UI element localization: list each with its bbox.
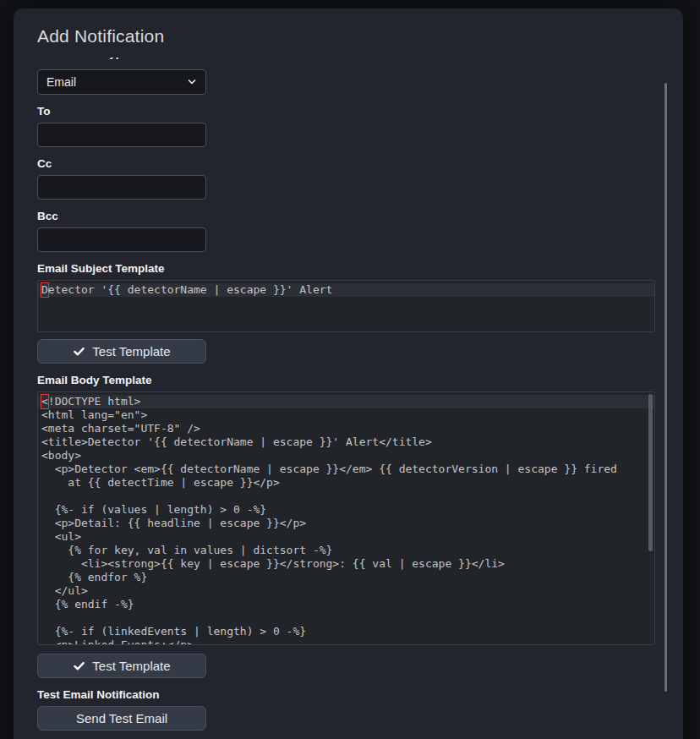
code-line: Detector '{{ detectorName | escape }}' A… — [38, 283, 654, 297]
code-line: <li><strong>{{ key | escape }}</strong>:… — [38, 557, 654, 571]
code-line: {% endfor %} — [38, 571, 654, 584]
text-cursor: < — [41, 394, 49, 409]
test-subject-template-button[interactable]: Test Template — [37, 339, 206, 364]
notification-type-selected-value: Email — [46, 75, 76, 89]
chevron-down-icon — [187, 77, 197, 87]
editor-vertical-scrollbar[interactable] — [648, 394, 653, 551]
code-line: <!DOCTYPE html> — [38, 395, 654, 408]
check-icon — [73, 345, 85, 358]
code-line: <html lang="en"> — [38, 408, 654, 422]
code-line: <ul> — [38, 530, 654, 544]
bcc-label: Bcc — [37, 210, 655, 222]
code-line: <p>Detail: {{ headline | escape }}</p> — [38, 517, 654, 530]
code-line: <p>Linked Events:</p> — [38, 638, 654, 645]
text-cursor: D — [41, 282, 49, 298]
code-line: <meta charset="UTF-8" /> — [38, 422, 654, 435]
to-input[interactable] — [37, 123, 206, 147]
email-subject-template-editor[interactable]: Detector '{{ detectorName | escape }}' A… — [37, 280, 655, 332]
code-line: <p>Detector <em>{{ detectorName | escape… — [38, 463, 654, 476]
code-line — [38, 611, 654, 625]
notification-type-label-clipped: Notification Type — [37, 57, 655, 61]
code-line: </ul> — [38, 584, 654, 598]
code-line — [38, 490, 654, 503]
to-label: To — [37, 105, 655, 118]
bcc-input[interactable] — [37, 227, 206, 252]
code-line: at {{ detectTime | escape }}</p> — [38, 476, 654, 490]
code-line: {%- if (linkedEvents | length) > 0 -%} — [38, 625, 654, 638]
check-icon — [73, 660, 85, 672]
email-body-template-label: Email Body Template — [37, 374, 655, 386]
send-test-email-button-label: Send Test Email — [76, 711, 167, 725]
email-subject-template-label: Email Subject Template — [37, 262, 655, 275]
dialog-title: Add Notification — [37, 25, 655, 47]
test-body-template-button-label: Test Template — [92, 659, 170, 673]
cc-input[interactable] — [37, 175, 206, 200]
code-line: {%- if (values | length) > 0 -%} — [38, 503, 654, 517]
notification-type-select[interactable]: Email — [37, 69, 206, 95]
code-line: {% for key, val in values | dictsort -%} — [38, 544, 654, 557]
add-notification-dialog: Add Notification Notification Type Email… — [14, 8, 683, 739]
email-body-template-editor[interactable]: <!DOCTYPE html><html lang="en"><meta cha… — [37, 391, 655, 645]
code-line: <body> — [38, 449, 654, 463]
test-subject-template-button-label: Test Template — [92, 344, 170, 359]
cc-label: Cc — [37, 157, 655, 170]
test-email-notification-label: Test Email Notification — [37, 688, 655, 701]
page-background: Add Notification Notification Type Email… — [0, 0, 700, 739]
dialog-vertical-scrollbar[interactable] — [664, 83, 667, 692]
send-test-email-button[interactable]: Send Test Email — [37, 706, 206, 731]
test-body-template-button[interactable]: Test Template — [37, 654, 206, 678]
code-line: {% endif -%} — [38, 598, 654, 611]
code-line: <title>Detector '{{ detectorName | escap… — [38, 435, 654, 449]
